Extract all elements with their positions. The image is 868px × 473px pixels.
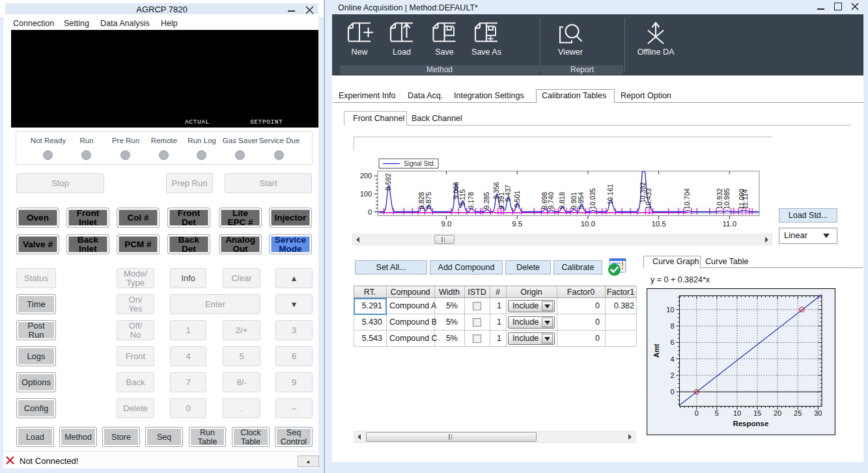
svg-text:11.114: 11.114: [741, 189, 749, 209]
svg-text:30: 30: [814, 409, 822, 417]
svg-text:9.437: 9.437: [504, 185, 512, 202]
svg-text:200: 200: [360, 172, 372, 180]
svg-text:9.178: 9.178: [467, 192, 475, 209]
svg-text:9.954: 9.954: [577, 192, 585, 209]
svg-text:9.0: 9.0: [441, 220, 452, 228]
svg-text:9.501: 9.501: [513, 191, 521, 208]
svg-text:100: 100: [360, 190, 372, 198]
svg-text:9.285: 9.285: [483, 192, 490, 209]
svg-text:0: 0: [695, 409, 699, 417]
svg-text:11.0: 11.0: [723, 220, 737, 228]
svg-text:10.5: 10.5: [651, 220, 665, 228]
svg-text:10.161: 10.161: [606, 184, 614, 205]
svg-text:8.592: 8.592: [384, 173, 392, 190]
svg-text:Response: Response: [733, 420, 768, 427]
svg-text:10.932: 10.932: [716, 188, 723, 209]
svg-text:Signal Std.: Signal Std.: [404, 160, 435, 167]
svg-text:10.0: 10.0: [581, 220, 595, 228]
svg-text:10.985: 10.985: [723, 188, 731, 209]
svg-text:9.5: 9.5: [512, 220, 522, 228]
svg-text:10.035: 10.035: [589, 188, 596, 209]
svg-text:15: 15: [753, 409, 761, 417]
svg-text:9.818: 9.818: [558, 192, 566, 209]
svg-text:4: 4: [670, 355, 674, 363]
svg-text:9.740: 9.740: [547, 192, 555, 209]
svg-text:2: 2: [670, 372, 674, 379]
svg-text:10.704: 10.704: [683, 188, 691, 209]
svg-text:10: 10: [666, 306, 674, 314]
svg-text:9.901: 9.901: [570, 192, 578, 209]
svg-text:20: 20: [774, 409, 781, 417]
svg-text:0: 0: [368, 208, 372, 216]
svg-text:6: 6: [670, 338, 674, 346]
svg-text:8.875: 8.875: [425, 192, 432, 209]
svg-text:5: 5: [715, 409, 719, 417]
svg-text:9.115: 9.115: [458, 189, 466, 206]
svg-text:0: 0: [670, 388, 674, 396]
svg-text:Amt: Amt: [652, 344, 660, 358]
svg-text:10.433: 10.433: [645, 188, 652, 209]
svg-text:8: 8: [670, 322, 674, 330]
svg-text:10: 10: [733, 409, 741, 417]
svg-text:25: 25: [794, 409, 802, 417]
